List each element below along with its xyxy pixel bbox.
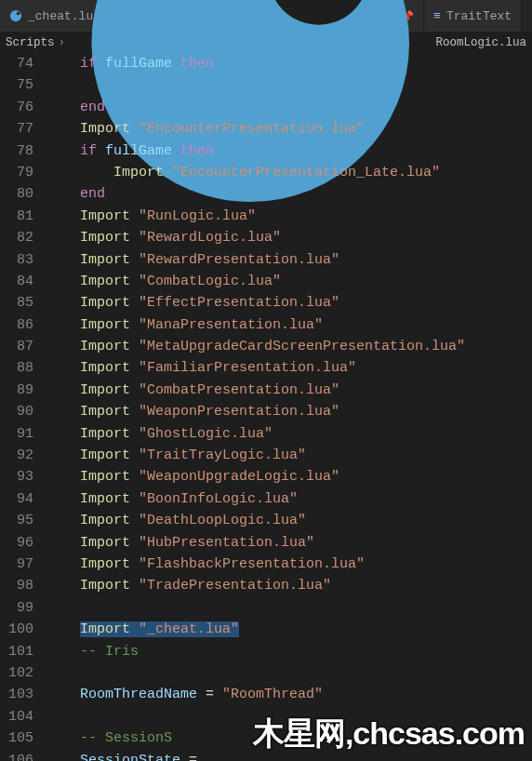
code-content[interactable] — [47, 74, 113, 96]
line-number: 76 — [0, 97, 47, 118]
line-number: 85 — [0, 292, 47, 314]
line-number: 86 — [0, 314, 47, 336]
code-line[interactable]: 80 end — [0, 183, 532, 205]
line-number: 80 — [0, 183, 47, 205]
code-content[interactable]: Import "FamiliarPresentation.lua" — [47, 357, 356, 379]
svg-point-1 — [17, 11, 20, 15]
code-line[interactable]: 79 Import "EncounterPresentation_Late.lu… — [0, 162, 532, 183]
code-content[interactable]: Import "EncounterPresentation.lua" — [47, 118, 365, 140]
code-line[interactable]: 92 Import "TraitTrayLogic.lua" — [0, 445, 532, 466]
code-line[interactable]: 82 Import "RewardLogic.lua" — [0, 227, 532, 248]
code-line[interactable]: 89 Import "CombatPresentation.lua" — [0, 380, 532, 401]
code-line[interactable]: 76 end — [0, 97, 532, 118]
code-content[interactable]: Import "CombatPresentation.lua" — [47, 380, 339, 401]
code-content[interactable]: Import "ManaPresentation.lua" — [47, 314, 323, 336]
code-editor[interactable]: 74 if fullGame then75 76 end77 Import "E… — [0, 53, 532, 761]
code-content[interactable]: if fullGame then — [47, 53, 214, 74]
code-line[interactable]: 75 — [0, 74, 532, 96]
code-line[interactable]: 106 SessionState = — [0, 750, 532, 762]
line-number: 103 — [0, 684, 47, 705]
chevron-right-icon: › — [59, 36, 66, 49]
code-line[interactable]: 97 Import "FlashbackPresentation.lua" — [0, 554, 532, 575]
line-number: 105 — [0, 728, 47, 749]
code-content[interactable]: -- Iris — [47, 641, 139, 662]
code-line[interactable]: 91 Import "GhostLogic.lua" — [0, 423, 532, 445]
code-content[interactable]: end — [47, 183, 105, 205]
line-number: 102 — [0, 662, 47, 684]
code-line[interactable]: 99 — [0, 597, 532, 619]
line-number: 99 — [0, 597, 47, 619]
code-line[interactable]: 86 Import "ManaPresentation.lua" — [0, 314, 532, 336]
code-line[interactable]: 81 Import "RunLogic.lua" — [0, 206, 532, 227]
code-content[interactable]: Import "FlashbackPresentation.lua" — [47, 554, 365, 575]
line-number: 88 — [0, 357, 47, 379]
code-line[interactable]: 77 Import "EncounterPresentation.lua" — [0, 118, 532, 140]
code-line[interactable]: 84 Import "CombatLogic.lua" — [0, 271, 532, 292]
code-content[interactable]: Import "TradePresentation.lua" — [47, 575, 331, 596]
code-content[interactable]: Import "EncounterPresentation_Late.lua" — [47, 162, 440, 183]
line-number: 87 — [0, 336, 47, 357]
code-line[interactable]: 93 Import "WeaponUpgradeLogic.lua" — [0, 466, 532, 487]
line-number: 82 — [0, 227, 47, 248]
code-line[interactable]: 103 RoomThreadName = "RoomThread" — [0, 684, 532, 705]
code-content[interactable]: Import "CombatLogic.lua" — [47, 271, 281, 292]
line-number: 75 — [0, 74, 47, 96]
code-line[interactable]: 96 Import "HubPresentation.lua" — [0, 532, 532, 554]
settings-icon: ≡ — [433, 9, 441, 23]
lua-file-icon — [9, 9, 22, 22]
line-number: 77 — [0, 118, 47, 140]
code-content[interactable]: Import "WeaponPresentation.lua" — [47, 401, 339, 422]
code-content[interactable]: RoomThreadName = "RoomThread" — [47, 684, 323, 705]
line-number: 91 — [0, 423, 47, 445]
code-line[interactable]: 98 Import "TradePresentation.lua" — [0, 575, 532, 596]
breadcrumb-file[interactable]: RoomLogic.lua — [435, 36, 526, 49]
line-number: 79 — [0, 162, 47, 183]
breadcrumb-folder[interactable]: Scripts — [6, 36, 55, 49]
code-content[interactable]: -- SessionS — [47, 728, 172, 749]
code-content[interactable]: Import "GhostLogic.lua" — [47, 423, 273, 445]
code-line[interactable]: 100 Import "_cheat.lua" — [0, 619, 532, 640]
code-content[interactable]: SessionState = — [47, 750, 197, 762]
breadcrumb[interactable]: Scripts › RoomLogic.lua — [0, 33, 532, 53]
code-line[interactable]: 101 -- Iris — [0, 641, 532, 662]
tab-label: TraitText — [446, 9, 512, 23]
code-content[interactable]: Import "_cheat.lua" — [47, 619, 239, 640]
code-content[interactable]: Import "HubPresentation.lua" — [47, 532, 314, 554]
line-number: 93 — [0, 466, 47, 487]
line-number: 94 — [0, 488, 47, 510]
code-line[interactable]: 95 Import "DeathLoopLogic.lua" — [0, 510, 532, 531]
line-number: 83 — [0, 249, 47, 271]
code-content[interactable]: Import "WeaponUpgradeLogic.lua" — [47, 466, 339, 487]
line-number: 81 — [0, 206, 47, 227]
code-line[interactable]: 104 — [0, 706, 532, 728]
line-number: 97 — [0, 554, 47, 575]
code-content[interactable]: Import "BoonInfoLogic.lua" — [47, 488, 298, 510]
code-line[interactable]: 87 Import "MetaUpgradeCardScreenPresenta… — [0, 336, 532, 357]
line-number: 84 — [0, 271, 47, 292]
code-line[interactable]: 94 Import "BoonInfoLogic.lua" — [0, 488, 532, 510]
line-number: 89 — [0, 380, 47, 401]
line-number: 104 — [0, 706, 47, 728]
code-line[interactable]: 74 if fullGame then — [0, 53, 532, 74]
code-content[interactable]: Import "RewardPresentation.lua" — [47, 249, 339, 271]
code-content[interactable]: Import "DeathLoopLogic.lua" — [47, 510, 306, 531]
code-line[interactable]: 85 Import "EffectPresentation.lua" — [0, 292, 532, 314]
code-content[interactable]: Import "MetaUpgradeCardScreenPresentatio… — [47, 336, 465, 357]
code-line[interactable]: 78 if fullGame then — [0, 140, 532, 162]
code-line[interactable]: 83 Import "RewardPresentation.lua" — [0, 249, 532, 271]
code-content[interactable]: Import "TraitTrayLogic.lua" — [47, 445, 306, 466]
line-number: 106 — [0, 750, 47, 762]
code-line[interactable]: 102 — [0, 662, 532, 684]
code-line[interactable]: 90 Import "WeaponPresentation.lua" — [0, 401, 532, 422]
code-content[interactable]: Import "EffectPresentation.lua" — [47, 292, 339, 314]
line-number: 78 — [0, 140, 47, 162]
line-number: 74 — [0, 53, 47, 74]
code-line[interactable]: 105 -- SessionS — [0, 728, 532, 749]
code-content[interactable]: Import "RewardLogic.lua" — [47, 227, 281, 248]
code-content[interactable]: Import "RunLogic.lua" — [47, 206, 256, 227]
code-line[interactable]: 88 Import "FamiliarPresentation.lua" — [0, 357, 532, 379]
code-content[interactable]: end — [47, 97, 105, 118]
code-content[interactable]: if fullGame then — [47, 140, 214, 162]
tab-traittext[interactable]: ≡TraitText — [424, 0, 522, 32]
line-number: 101 — [0, 641, 47, 662]
